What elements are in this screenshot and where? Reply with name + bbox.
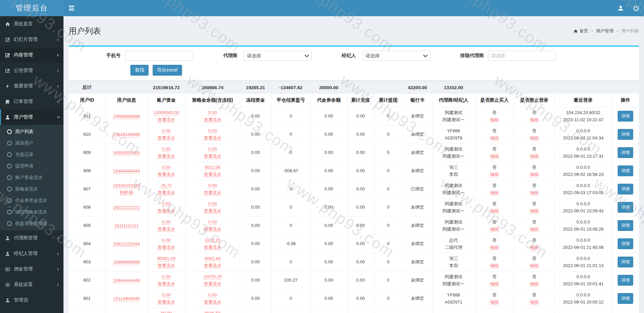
account-amount-link[interactable]: 0.00 xyxy=(149,164,184,171)
detail-button[interactable]: 详情 xyxy=(618,257,633,267)
user-phone-link[interactable]: 13649108999 xyxy=(107,131,146,138)
edit-link[interactable]: 编辑 xyxy=(515,226,553,233)
sidebar-subitem-voucher-funds-flow[interactable]: 代金券资金流水 xyxy=(0,195,63,206)
export-excel-button[interactable]: 导出excel xyxy=(153,65,182,76)
edit-link[interactable]: 编辑 xyxy=(476,171,513,178)
view-flow-link[interactable]: 查看流水 xyxy=(149,298,184,306)
sidebar-item-slides[interactable]: 幻灯片管理‹ xyxy=(0,32,63,47)
sidebar-item-users[interactable]: 用户管理‹ xyxy=(0,109,63,125)
edit-link[interactable]: 编辑 xyxy=(476,280,513,287)
breadcrumb-home[interactable]: 首页 xyxy=(573,28,588,34)
sidebar-subitem-account-funds-flow[interactable]: 账户资金流水 xyxy=(0,172,63,183)
sidebar-item-agents[interactable]: 代理商管理‹ xyxy=(0,230,63,246)
strategy-amount-link[interactable]: 0.00 xyxy=(187,291,239,298)
logout-button[interactable] xyxy=(628,0,644,16)
edit-link[interactable]: 编辑 xyxy=(476,207,513,214)
sidebar-subitem-strategy-funds-flow[interactable]: 策略金流水 xyxy=(0,183,63,195)
broker-select[interactable]: 请选择 xyxy=(362,51,430,61)
strategy-amount-link[interactable]: 0.00 xyxy=(187,146,239,153)
detail-button[interactable]: 详情 xyxy=(618,220,633,231)
view-flow-link[interactable]: 查看流水 xyxy=(149,207,184,214)
detail-button[interactable]: 详情 xyxy=(618,129,633,140)
view-flow-link[interactable]: 查看流水 xyxy=(149,244,184,251)
edit-link[interactable]: 编辑 xyxy=(515,189,553,196)
detail-button[interactable]: 详情 xyxy=(618,275,633,286)
user-phone-link[interactable]: 19444444444 xyxy=(107,277,146,284)
user-phone-link[interactable]: 16333333333 xyxy=(107,182,146,189)
view-flow-link[interactable]: 查看流水 xyxy=(149,171,184,178)
edit-link[interactable]: 编辑 xyxy=(476,116,513,123)
strategy-amount-link[interactable]: 0.00 xyxy=(187,127,239,134)
sidebar-item-brokers[interactable]: 经纪人管理‹ xyxy=(0,246,63,261)
sidebar-subitem-frozen-strategy-flow[interactable]: 冻结策略金流水 xyxy=(0,206,63,218)
edit-link[interactable]: 编辑 xyxy=(515,153,553,160)
sidebar-item-admin[interactable]: 管理员 xyxy=(0,292,63,308)
sidebar-subitem-add-user[interactable]: 添加用户 xyxy=(0,137,63,149)
strategy-amount-link[interactable]: 0.00 xyxy=(187,200,239,207)
edit-link[interactable]: 编辑 xyxy=(476,153,513,160)
user-phone-link[interactable]: 阿萨德 xyxy=(107,189,146,196)
view-flow-link[interactable]: 查看流水 xyxy=(187,280,239,287)
view-flow-link[interactable]: 查看流水 xyxy=(187,116,239,123)
user-phone-link[interactable]: 16444444444 xyxy=(107,167,146,175)
account-amount-link[interactable]: 0.00 xyxy=(149,127,184,134)
view-flow-link[interactable]: 查看流水 xyxy=(187,189,239,196)
view-flow-link[interactable]: 查看流水 xyxy=(149,134,184,141)
exclude-agent-input[interactable] xyxy=(488,51,556,61)
view-flow-link[interactable]: 查看流水 xyxy=(149,189,184,196)
sidebar-item-content[interactable]: 内容管理‹ xyxy=(0,47,63,63)
view-flow-link[interactable]: 查看流水 xyxy=(149,262,184,269)
strategy-amount-link[interactable]: 9045.50 xyxy=(187,310,239,313)
agent-select[interactable]: 请选择 xyxy=(244,51,312,61)
edit-link[interactable]: 编辑 xyxy=(515,171,553,178)
sidebar-subitem-recharge-records[interactable]: 充值记录 xyxy=(0,149,63,160)
user-phone-link[interactable]: 16111111111 xyxy=(107,222,146,229)
detail-button[interactable]: 详情 xyxy=(618,111,633,122)
edit-link[interactable]: 编辑 xyxy=(476,262,513,269)
sidebar-subitem-user-list[interactable]: 用户列表 xyxy=(0,126,63,137)
view-flow-link[interactable]: 查看流水 xyxy=(187,244,239,251)
view-flow-link[interactable]: 查看流水 xyxy=(187,153,239,160)
sidebar-item-commission[interactable]: 佣金管理‹ xyxy=(0,261,63,277)
user-phone-link[interactable]: 16555555555 xyxy=(107,149,146,156)
edit-link[interactable]: 编辑 xyxy=(515,134,553,141)
strategy-amount-link[interactable]: 0.00 xyxy=(187,182,239,189)
edit-link[interactable]: 编辑 xyxy=(476,189,513,196)
sidebar-subitem-yieldbao-details[interactable]: 收益宝收益明细 xyxy=(0,218,63,229)
edit-link[interactable]: 编辑 xyxy=(476,226,513,233)
view-flow-link[interactable]: 查看流水 xyxy=(149,280,184,287)
sidebar-item-notice[interactable]: 公告管理‹ xyxy=(0,63,63,78)
sidebar-toggle-button[interactable] xyxy=(63,0,80,16)
strategy-amount-link[interactable]: 1672.31 xyxy=(187,237,239,244)
view-flow-link[interactable]: 查看流水 xyxy=(187,262,239,269)
user-phone-link[interactable]: 15114908595 xyxy=(107,295,146,302)
view-flow-link[interactable]: 查看流水 xyxy=(187,134,239,141)
user-phone-link[interactable]: 19888888888 xyxy=(107,113,146,120)
strategy-amount-link[interactable]: 6062.49 xyxy=(187,255,239,262)
detail-button[interactable]: 详情 xyxy=(618,238,633,249)
account-amount-link[interactable]: 90081.03 xyxy=(149,255,184,262)
edit-link[interactable]: 编辑 xyxy=(515,244,553,251)
sidebar-item-orders[interactable]: 订单管理‹ xyxy=(0,94,63,109)
edit-link[interactable]: 编辑 xyxy=(515,207,553,214)
edit-link[interactable]: 编辑 xyxy=(515,280,553,287)
account-amount-link[interactable]: 0.00 xyxy=(149,237,184,244)
user-phone-link[interactable]: 15611223344 xyxy=(107,240,146,247)
user-account-button[interactable] xyxy=(613,0,628,16)
sidebar-item-home[interactable]: 系统首页 xyxy=(0,16,63,32)
strategy-amount-link[interactable]: 0.00 xyxy=(187,109,239,116)
edit-link[interactable]: 编辑 xyxy=(476,298,513,306)
detail-button[interactable]: 详情 xyxy=(618,165,633,176)
view-flow-link[interactable]: 查看流水 xyxy=(149,116,184,123)
view-flow-link[interactable]: 查看流水 xyxy=(187,298,239,306)
view-flow-link[interactable]: 查看流水 xyxy=(187,207,239,214)
account-amount-link[interactable]: 0.00 xyxy=(149,200,184,207)
detail-button[interactable]: 详情 xyxy=(618,147,633,158)
strategy-amount-link[interactable]: 10070.25 xyxy=(187,273,239,280)
phone-input[interactable] xyxy=(125,51,193,61)
view-flow-link[interactable]: 查看流水 xyxy=(187,171,239,178)
account-amount-link[interactable]: 0.00 xyxy=(149,273,184,280)
strategy-amount-link[interactable]: 9511.56 xyxy=(187,164,239,171)
account-amount-link[interactable]: 25.72 xyxy=(149,182,184,189)
view-flow-link[interactable]: 查看流水 xyxy=(149,226,184,233)
